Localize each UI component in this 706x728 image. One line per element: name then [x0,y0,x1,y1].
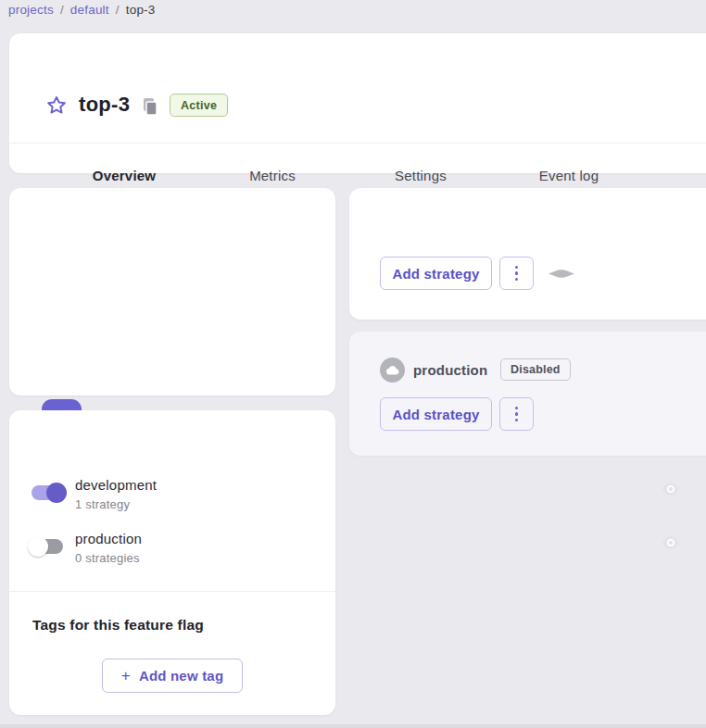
environment-more-options-button[interactable] [499,397,534,431]
breadcrumb: projects / default / top-3 [8,3,156,17]
flag-details-card: Release toggle Project: default No descr… [9,188,335,395]
environment-strategy-count: 0 strategies [75,551,140,565]
card-section-divider [9,591,335,592]
add-strategy-button[interactable]: Add strategy [380,257,492,290]
environment-row-production: production 0 strategies [0,528,706,571]
status-badge: Active [170,94,228,117]
breadcrumb-separator: / [60,3,64,17]
development-toggle[interactable] [32,485,63,500]
panel-environment-name: production [413,362,487,378]
environment-row-development: development 1 strategy [0,474,706,517]
favorite-star-icon[interactable] [44,94,69,118]
environment-strategy-count: 1 strategy [75,497,130,511]
environment-name: production [75,531,142,546]
plus-icon: + [121,667,131,685]
development-environment-panel: development Add strategy [349,188,706,320]
breadcrumb-separator: / [116,3,120,17]
breadcrumb-projects-link[interactable]: projects [8,3,54,17]
kebab-menu-icon [515,407,519,422]
production-environment-panel: production Disabled Add strategy [349,332,706,456]
kebab-menu-icon [515,266,519,282]
tags-section-title: Tags for this feature flag [32,617,204,634]
bottom-panel-edge [0,724,706,728]
production-toggle[interactable] [32,539,63,554]
traffic-indicator-icon [548,267,575,279]
page-title: top-3 [79,93,130,117]
breadcrumb-default-link[interactable]: default [70,3,109,17]
breadcrumb-current: top-3 [126,3,156,17]
environment-more-options-button[interactable] [499,257,534,290]
visibility-eye-icon[interactable] [661,482,681,498]
add-new-tag-label: Add new tag [139,668,223,684]
disabled-badge: Disabled [500,358,571,381]
toggle-knob [28,536,48,557]
cloud-environment-icon [380,358,405,383]
toggle-knob [46,483,67,503]
add-strategy-button[interactable]: Add strategy [380,397,492,431]
add-new-tag-button[interactable]: + Add new tag [102,659,243,693]
environment-name: development [75,477,157,493]
visibility-eye-icon[interactable] [661,535,681,552]
feature-header-card: top-3 Active Overview Metrics Settings E… [9,33,706,173]
copy-name-icon[interactable] [141,96,159,117]
